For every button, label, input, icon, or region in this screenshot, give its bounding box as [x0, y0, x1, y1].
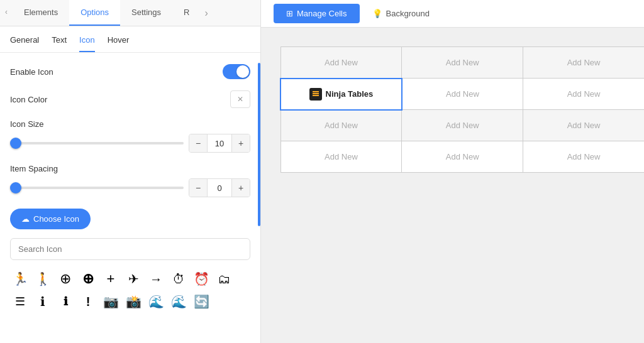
icon-size-increment[interactable]: +	[232, 134, 250, 152]
item-spacing-thumb[interactable]	[10, 182, 21, 193]
ninja-tables-label: Ninja Tables	[326, 89, 374, 99]
cloud-upload-icon: ☁	[21, 214, 30, 224]
icon-item[interactable]: ⊕	[55, 269, 75, 289]
nav-left-arrow[interactable]: ‹	[0, 0, 13, 26]
table-cell[interactable]: Add New	[523, 79, 644, 110]
table-cell[interactable]: Add New	[402, 141, 523, 173]
table-cell[interactable]: Add New	[280, 47, 402, 79]
table-row: Add New Add New Add New	[280, 110, 644, 141]
sub-tab-hover[interactable]: Hover	[108, 35, 130, 52]
choose-icon-label: Choose Icon	[33, 214, 79, 224]
icon-item[interactable]: ⏰	[191, 269, 211, 289]
item-spacing-track[interactable]	[10, 187, 184, 189]
icon-grid: 🏃 🚶 ⊕ ⊕ + ✈ → ⏱ ⏰ 🗂 ☰ ℹ ℹ ! 📷 📸 🌊 🌊 🔄	[10, 269, 250, 312]
icon-item[interactable]: 🌊	[169, 291, 189, 312]
table-cell[interactable]: Add New	[523, 110, 644, 141]
icon-item[interactable]: 🔄	[191, 291, 211, 312]
background-label: Background	[386, 9, 430, 18]
icon-item[interactable]: ⏱	[169, 269, 189, 289]
right-toolbar: ⊞ Manage Cells 💡 Background	[261, 0, 644, 28]
icon-item[interactable]: 🚶	[33, 269, 53, 289]
table-cell[interactable]: Add New	[280, 110, 402, 141]
choose-icon-button[interactable]: ☁ Choose Icon	[10, 209, 91, 229]
icon-size-track[interactable]	[10, 142, 184, 144]
icon-item[interactable]: ⊕	[78, 269, 98, 289]
icon-item[interactable]: ✈	[123, 269, 143, 289]
icon-color-picker[interactable]: ✕	[230, 90, 250, 108]
icon-size-control: − +	[10, 134, 250, 153]
manage-cells-icon: ⊞	[286, 9, 293, 18]
icon-item[interactable]: ℹ	[33, 291, 53, 312]
icon-item[interactable]: !	[78, 291, 98, 312]
right-panel: ⊞ Manage Cells 💡 Background Add New Add …	[261, 0, 644, 343]
table-row: Add New Add New Add New	[280, 47, 644, 79]
icon-color-label: Icon Color	[10, 95, 47, 104]
panel-content: Enable Icon Icon Color ✕ Icon Size − +	[0, 53, 260, 343]
item-spacing-row: Item Spacing − +	[10, 164, 250, 197]
sub-tab-general[interactable]: General	[10, 35, 39, 52]
svg-rect-0	[313, 91, 319, 92]
icon-item[interactable]: 📷	[101, 291, 121, 312]
enable-icon-label: Enable Icon	[10, 67, 53, 77]
icon-size-value[interactable]	[207, 134, 232, 152]
icon-item[interactable]: +	[101, 269, 121, 289]
icon-color-row: Icon Color ✕	[10, 90, 250, 108]
icon-item[interactable]: ℹ	[55, 291, 75, 312]
table-cell[interactable]: Add New	[280, 141, 402, 173]
icon-item[interactable]: 🏃	[10, 269, 30, 289]
manage-cells-button[interactable]: ⊞ Manage Cells	[274, 4, 360, 23]
table-cell[interactable]: Add New	[402, 79, 523, 110]
icon-item[interactable]: →	[146, 269, 166, 289]
item-spacing-value[interactable]	[207, 179, 232, 197]
search-input[interactable]	[10, 238, 250, 260]
item-spacing-stepper: − +	[189, 178, 250, 197]
icon-item[interactable]: 🗂	[214, 269, 234, 289]
background-icon: 💡	[372, 9, 382, 18]
background-button[interactable]: 💡 Background	[360, 4, 442, 23]
tab-elements[interactable]: Elements	[13, 0, 69, 26]
enable-icon-row: Enable Icon	[10, 64, 250, 79]
preview-table: Add New Add New Add New	[280, 46, 644, 173]
icon-size-decrement[interactable]: −	[189, 134, 207, 152]
icon-size-thumb[interactable]	[10, 138, 21, 149]
item-spacing-label: Item Spacing	[10, 164, 250, 173]
scroll-indicator	[258, 63, 260, 226]
item-spacing-decrement[interactable]: −	[189, 179, 207, 197]
table-preview-area: Add New Add New Add New	[261, 28, 644, 343]
manage-cells-label: Manage Cells	[297, 9, 347, 18]
svg-rect-1	[313, 93, 319, 94]
icon-item[interactable]: ☰	[10, 291, 30, 312]
sub-tab-icon[interactable]: Icon	[79, 35, 95, 52]
table-row: Ninja Tables Add New Add New	[280, 79, 644, 110]
search-input-wrap	[10, 238, 250, 260]
item-spacing-control: − +	[10, 178, 250, 197]
item-spacing-increment[interactable]: +	[232, 179, 250, 197]
ninja-tables-icon	[309, 88, 322, 101]
svg-rect-2	[313, 95, 319, 96]
icon-size-label: Icon Size	[10, 119, 250, 129]
tab-r[interactable]: R	[172, 0, 201, 26]
tab-options[interactable]: Options	[69, 0, 120, 26]
table-cell[interactable]: Add New	[523, 47, 644, 79]
icon-size-stepper: − +	[189, 134, 250, 153]
table-cell[interactable]: Add New	[402, 47, 523, 79]
sub-tab-text[interactable]: Text	[52, 35, 67, 52]
icon-item[interactable]: 🌊	[146, 291, 166, 312]
icon-item[interactable]: 📸	[123, 291, 143, 312]
tab-bar: ‹ Elements Options Settings R ›	[0, 0, 260, 26]
ninja-tables-cell[interactable]: Ninja Tables	[280, 79, 402, 110]
tab-more-arrow[interactable]: ›	[201, 0, 211, 26]
table-cell[interactable]: Add New	[402, 110, 523, 141]
tab-settings[interactable]: Settings	[120, 0, 172, 26]
icon-size-row: Icon Size − +	[10, 119, 250, 153]
enable-icon-toggle[interactable]	[223, 64, 250, 79]
table-cell[interactable]: Add New	[523, 141, 644, 173]
sub-tab-bar: General Text Icon Hover	[0, 26, 260, 53]
table-row: Add New Add New Add New	[280, 141, 644, 173]
